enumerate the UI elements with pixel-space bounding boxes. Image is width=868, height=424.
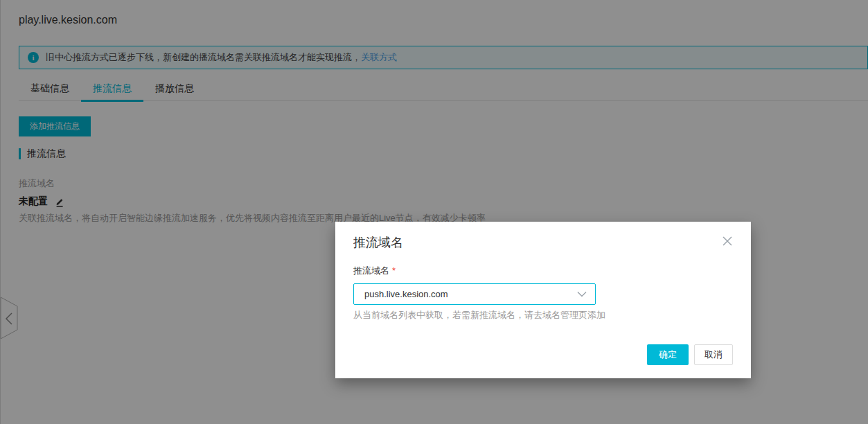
cancel-button[interactable]: 取消 [694,344,733,365]
chevron-down-icon [577,291,587,297]
push-domain-dialog: 推流域名 推流域名* push.live.kesion.com 从当前域名列表中… [335,222,751,378]
push-domain-select-value: push.live.kesion.com [364,289,577,299]
dialog-helper-text: 从当前域名列表中获取，若需新推流域名，请去域名管理页添加 [353,309,605,321]
dialog-title: 推流域名 [353,234,403,251]
dialog-field-label: 推流域名* [353,265,396,277]
dialog-field-label-text: 推流域名 [353,265,389,276]
dialog-footer: 确定 取消 [647,344,733,365]
push-domain-select[interactable]: push.live.kesion.com [353,283,596,305]
required-asterisk: * [392,265,396,276]
confirm-button[interactable]: 确定 [647,344,689,365]
console-page: play.live.kesion.com i 旧中心推流方式已逐步下线，新创建的… [0,0,868,424]
close-icon[interactable] [720,234,734,248]
